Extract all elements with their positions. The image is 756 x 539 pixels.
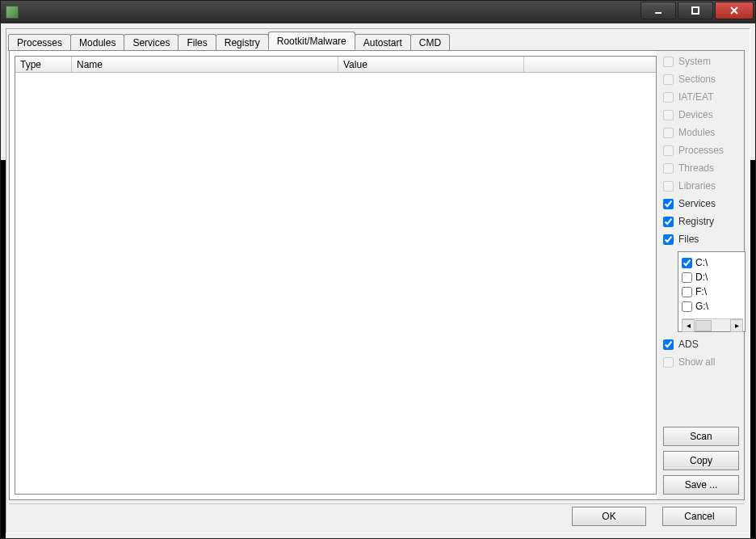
chk-processes-label: Processes xyxy=(678,145,724,156)
tab-modules[interactable]: Modules xyxy=(70,34,124,51)
client-area: Processes Modules Services Files Registr… xyxy=(1,23,755,538)
col-blank xyxy=(524,57,656,72)
frame-shadow-left xyxy=(1,160,6,538)
tab-services[interactable]: Services xyxy=(124,34,178,51)
drive-f-label: F:\ xyxy=(695,286,707,297)
chk-services-label: Services xyxy=(678,198,716,209)
scroll-right-icon[interactable]: ▸ xyxy=(730,319,743,332)
drive-c-label: C:\ xyxy=(695,257,708,268)
frame-shadow-right xyxy=(750,160,755,538)
drive-row-f[interactable]: F:\ xyxy=(682,284,743,299)
col-name[interactable]: Name xyxy=(72,57,338,72)
chk-libraries: Libraries xyxy=(663,180,739,192)
tab-files[interactable]: Files xyxy=(178,34,216,51)
side-buttons: Scan Copy Save ... xyxy=(663,427,739,495)
chk-processes: Processes xyxy=(663,145,739,156)
tab-processes[interactable]: Processes xyxy=(8,34,71,51)
chk-devices: Devices xyxy=(663,109,739,120)
chk-registry[interactable]: Registry xyxy=(663,216,739,227)
chk-iateat: IAT/EAT xyxy=(663,91,739,103)
drive-g-label: G:\ xyxy=(695,301,708,312)
tab-cmd[interactable]: CMD xyxy=(410,34,450,51)
chk-modules-input xyxy=(663,128,674,138)
svg-rect-1 xyxy=(692,7,699,14)
chk-system-label: System xyxy=(678,56,711,67)
list-header: Type Name Value xyxy=(15,57,656,73)
app-window: Processes Modules Services Files Registr… xyxy=(0,0,756,539)
tab-registry[interactable]: Registry xyxy=(216,34,269,51)
chk-ads[interactable]: ADS xyxy=(663,339,739,350)
chk-modules: Modules xyxy=(663,127,739,138)
chk-threads-label: Threads xyxy=(678,162,714,174)
chk-files-label: Files xyxy=(678,234,699,245)
chk-sections-input xyxy=(663,74,674,85)
dialog-frame: Processes Modules Services Files Registr… xyxy=(6,28,750,533)
scan-button[interactable]: Scan xyxy=(663,427,739,446)
drive-d-label: D:\ xyxy=(695,272,708,283)
chk-ads-input[interactable] xyxy=(663,339,674,350)
drive-row-c[interactable]: C:\ xyxy=(682,255,743,270)
chk-processes-input xyxy=(663,145,674,156)
chk-sections-label: Sections xyxy=(678,74,716,85)
drive-c-input[interactable] xyxy=(682,258,692,268)
drive-f-input[interactable] xyxy=(682,287,692,297)
drive-row-g[interactable]: G:\ xyxy=(682,299,743,314)
chk-showall-input xyxy=(663,357,674,368)
scroll-left-icon[interactable]: ◂ xyxy=(682,319,695,332)
ok-button[interactable]: OK xyxy=(572,507,646,526)
chk-sections: Sections xyxy=(663,74,739,85)
maximize-button[interactable] xyxy=(678,2,713,19)
cancel-button[interactable]: Cancel xyxy=(662,507,737,526)
tab-body: Type Name Value System Sections IAT/EAT … xyxy=(9,50,745,500)
results-list[interactable]: Type Name Value xyxy=(15,56,657,495)
chk-system-input xyxy=(663,57,674,67)
chk-system: System xyxy=(663,56,739,67)
bottom-bar: OK Cancel xyxy=(9,503,745,528)
tab-rootkit-malware[interactable]: Rootkit/Malware xyxy=(268,32,355,50)
chk-showall-label: Show all xyxy=(678,356,715,368)
chk-threads-input xyxy=(663,163,674,174)
chk-files-input[interactable] xyxy=(663,234,674,245)
chk-threads: Threads xyxy=(663,162,739,174)
chk-registry-label: Registry xyxy=(678,216,714,227)
chk-libraries-input xyxy=(663,181,674,192)
minimize-button[interactable] xyxy=(640,2,676,19)
col-type[interactable]: Type xyxy=(15,57,72,72)
drives-scrollbar[interactable]: ◂ ▸ xyxy=(682,318,743,331)
copy-button[interactable]: Copy xyxy=(663,451,739,470)
chk-files[interactable]: Files xyxy=(663,234,739,245)
app-icon xyxy=(6,6,19,19)
chk-ads-label: ADS xyxy=(678,339,699,350)
drive-row-d[interactable]: D:\ xyxy=(682,270,743,284)
drive-d-input[interactable] xyxy=(682,272,692,283)
chk-registry-input[interactable] xyxy=(663,217,674,227)
chk-devices-input xyxy=(663,110,674,120)
chk-modules-label: Modules xyxy=(678,127,715,138)
chk-services[interactable]: Services xyxy=(663,198,739,209)
chk-showall: Show all xyxy=(663,356,739,368)
chk-iateat-label: IAT/EAT xyxy=(678,91,714,103)
chk-devices-label: Devices xyxy=(678,109,713,120)
tab-autostart[interactable]: Autostart xyxy=(355,34,411,51)
drive-g-input[interactable] xyxy=(682,301,692,312)
col-value[interactable]: Value xyxy=(338,57,524,72)
side-panel: System Sections IAT/EAT Devices Modules … xyxy=(657,51,744,499)
scroll-thumb[interactable] xyxy=(695,320,712,331)
drives-list[interactable]: C:\ D:\ F:\ G:\ ◂ ▸ xyxy=(678,251,746,332)
save-button[interactable]: Save ... xyxy=(663,475,739,495)
chk-services-input[interactable] xyxy=(663,199,674,209)
close-button[interactable] xyxy=(715,2,754,19)
tab-strip: Processes Modules Services Files Registr… xyxy=(8,32,750,50)
titlebar xyxy=(1,1,755,23)
window-controls xyxy=(640,1,755,23)
chk-libraries-label: Libraries xyxy=(678,180,716,192)
chk-iateat-input xyxy=(663,92,674,103)
